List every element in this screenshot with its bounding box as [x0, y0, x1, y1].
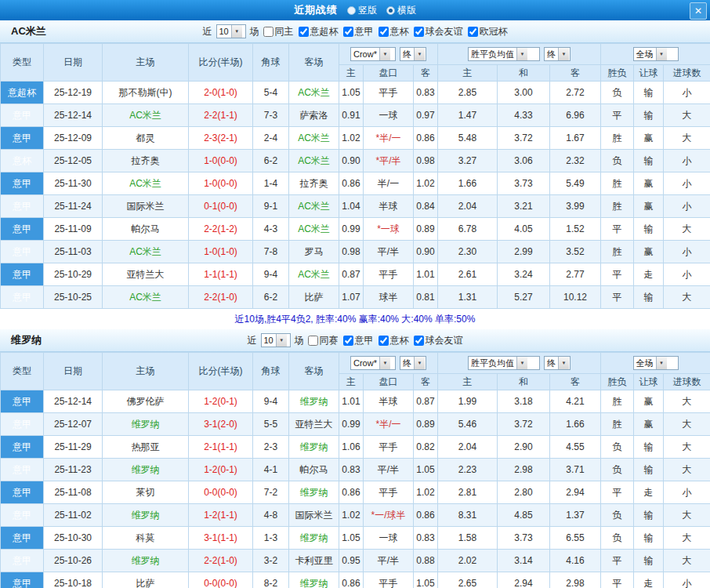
checkbox-input[interactable] — [414, 336, 424, 346]
near-label: 近 — [203, 25, 212, 38]
avg-home-odds: 2.85 — [438, 82, 498, 104]
checkbox-input[interactable] — [379, 27, 389, 37]
home-team: 热那亚 — [103, 436, 189, 459]
match-count-select[interactable]: 10▼ — [216, 24, 246, 38]
match-count-select[interactable]: 10▼ — [261, 333, 291, 347]
handicap: 半球 — [364, 195, 414, 218]
home-team: 国际米兰 — [103, 195, 189, 218]
avg-draw-odds: 3.14 — [498, 550, 550, 572]
col-corner: 角球 — [253, 44, 289, 82]
fulltime-group-header: 全场▼ — [601, 353, 710, 374]
bookmaker-select[interactable]: Crow*▼ — [350, 47, 396, 61]
away-team: AC米兰 — [289, 82, 339, 104]
avg-home-odds: 6.78 — [438, 218, 498, 241]
result-goals: 大 — [664, 218, 710, 241]
match-date: 25-12-14 — [44, 104, 103, 127]
filter-checkbox[interactable]: 意甲 — [343, 25, 374, 38]
checkbox-input[interactable] — [468, 27, 478, 37]
score: 2-2(1-0) — [189, 550, 253, 572]
odds-away: 0.83 — [414, 527, 438, 550]
match-row: 意甲25-10-26维罗纳2-2(1-0)3-2卡利亚里0.95平/半0.882… — [1, 550, 710, 572]
match-date: 25-12-14 — [44, 390, 103, 413]
avg-draw-odds: 3.73 — [498, 172, 550, 195]
odds-home: 1.02 — [339, 504, 364, 527]
checkbox-input[interactable] — [299, 27, 309, 37]
odds-stage-select[interactable]: 终▼ — [400, 47, 426, 61]
checkbox-input[interactable] — [343, 336, 353, 346]
filter-checkbox[interactable]: 意甲 — [343, 334, 374, 347]
bookmaker-select[interactable]: Crow*▼ — [350, 356, 396, 370]
filter-checkbox[interactable]: 同赛 — [308, 334, 339, 347]
layout-vertical-option[interactable]: 竖版 — [347, 4, 377, 17]
filter-bar: 近 10▼ 场 同赛意甲意杯球会友谊 — [248, 333, 463, 347]
result-handicap: 输 — [634, 104, 664, 127]
section-verona: 维罗纳 近 10▼ 场 同赛意甲意杯球会友谊 类型 日期 主场 比分(半场) 角… — [0, 329, 710, 588]
result-goals: 大 — [664, 104, 710, 127]
scope-select[interactable]: 全场▼ — [633, 47, 679, 61]
filter-checkbox[interactable]: 球会友谊 — [414, 334, 463, 347]
layout-horizontal-option[interactable]: 横版 — [386, 4, 416, 17]
checkbox-input[interactable] — [263, 27, 273, 37]
away-team: 亚特兰大 — [289, 413, 339, 436]
home-team: AC米兰 — [103, 104, 189, 127]
avg-stage-select[interactable]: 终▼ — [544, 356, 571, 370]
close-button[interactable]: ✕ — [690, 2, 707, 20]
avg-home-odds: 2.65 — [438, 572, 498, 588]
filter-checkbox[interactable]: 意杯 — [379, 334, 409, 347]
filter-checkbox[interactable]: 意超杯 — [299, 25, 339, 38]
league-type-badge: 意甲 — [1, 390, 44, 413]
scope-select[interactable]: 全场▼ — [633, 356, 679, 370]
result-handicap: 赢 — [634, 127, 664, 150]
odds-away: 1.01 — [414, 263, 438, 286]
dropdown-arrow-icon: ▼ — [231, 25, 242, 38]
odds-group-header: Crow*▼ 终▼ — [339, 353, 438, 374]
team-header-bar: 维罗纳 近 10▼ 场 同赛意甲意杯球会友谊 — [0, 329, 710, 352]
result-wdl: 平 — [601, 572, 634, 588]
score: 1-0(0-0) — [189, 172, 253, 195]
avg-stage-select[interactable]: 终▼ — [544, 47, 571, 61]
filter-checkbox[interactable]: 球会友谊 — [414, 25, 463, 38]
filter-checkbox[interactable]: 同主 — [263, 25, 294, 38]
match-date: 25-11-23 — [44, 459, 103, 481]
match-row: 意甲25-11-08莱切0-0(0-0)7-2维罗纳0.86平手1.022.81… — [1, 481, 710, 504]
score: 1-2(1-1) — [189, 504, 253, 527]
corners: 9-1 — [253, 195, 289, 218]
col-date: 日期 — [44, 353, 103, 390]
col-type: 类型 — [1, 44, 44, 82]
odds-stage-select[interactable]: 终▼ — [400, 356, 426, 370]
score: 0-0(0-0) — [189, 481, 253, 504]
result-wdl: 胜 — [601, 390, 634, 413]
checkbox-input[interactable] — [343, 27, 353, 37]
corners: 2-3 — [253, 436, 289, 459]
corners: 4-3 — [253, 218, 289, 241]
odds-home: 1.06 — [339, 436, 364, 459]
wdl-average-select[interactable]: 胜平负均值▼ — [468, 356, 540, 370]
filter-checkbox[interactable]: 意杯 — [379, 25, 409, 38]
home-team: 帕尔马 — [103, 218, 189, 241]
avg-away-odds: 4.21 — [550, 390, 601, 413]
checkbox-label: 意甲 — [355, 25, 374, 38]
filter-checkbox[interactable]: 欧冠杯 — [468, 25, 508, 38]
away-team: AC米兰 — [289, 127, 339, 150]
checkbox-input[interactable] — [414, 27, 424, 37]
checkbox-input[interactable] — [379, 336, 389, 346]
match-date: 25-11-29 — [44, 436, 103, 459]
avg-draw-odds: 3.72 — [498, 127, 550, 150]
handicap: 平手 — [364, 572, 414, 588]
odds-away: 0.82 — [414, 436, 438, 459]
avg-home-odds: 8.31 — [438, 504, 498, 527]
corners: 9-4 — [253, 263, 289, 286]
wdl-average-select[interactable]: 胜平负均值▼ — [468, 47, 540, 61]
handicap: 平手 — [364, 481, 414, 504]
handicap: 一球 — [364, 104, 414, 127]
result-goals: 小 — [664, 172, 710, 195]
away-team: 维罗纳 — [289, 436, 339, 459]
checkbox-input[interactable] — [308, 336, 318, 346]
result-handicap: 输 — [634, 218, 664, 241]
result-goals: 大 — [664, 390, 710, 413]
checkbox-label: 意超杯 — [310, 25, 339, 38]
match-row: 意甲25-11-03AC米兰1-0(1-0)7-8罗马0.98平/半0.902.… — [1, 241, 710, 263]
avg-home-odds: 1.31 — [438, 286, 498, 309]
result-goals: 小 — [664, 572, 710, 588]
match-row: 意甲25-12-09都灵2-3(2-1)2-4AC米兰1.02*半/一0.865… — [1, 127, 710, 150]
